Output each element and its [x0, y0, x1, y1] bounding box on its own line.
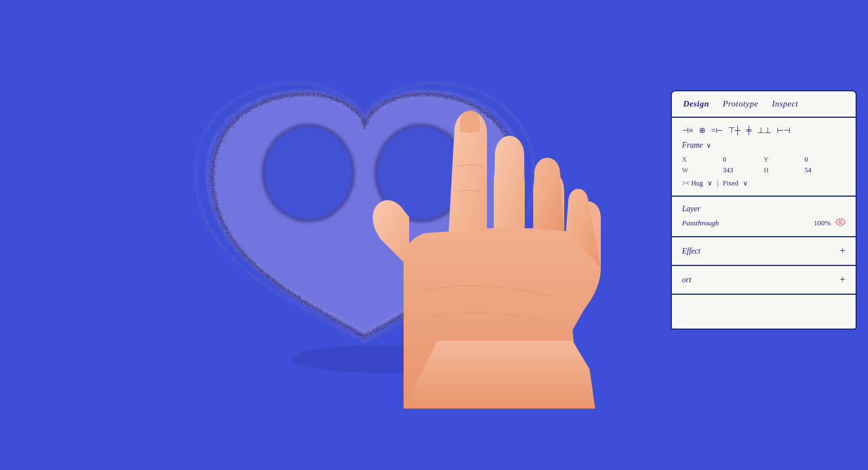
hand-illustration: [336, 93, 663, 409]
export-panel: ort +: [671, 266, 857, 295]
add-export-button[interactable]: +: [840, 274, 845, 286]
layer-panel: Layer Passthrough 100%: [671, 197, 857, 237]
y-value[interactable]: 0: [805, 156, 846, 164]
align-top-icon[interactable]: ⊤┼: [728, 126, 741, 135]
layer-title: Layer: [682, 205, 845, 214]
opacity-value[interactable]: 100%: [814, 219, 831, 228]
constraint-v-label[interactable]: Fixed: [723, 179, 738, 188]
effect-panel: Effect +: [671, 237, 857, 266]
h-value[interactable]: 54: [805, 166, 846, 175]
visibility-icon[interactable]: [835, 218, 845, 228]
distribute-icon[interactable]: ⊢⊣: [777, 126, 790, 135]
x-value[interactable]: 0: [723, 156, 764, 164]
w-value[interactable]: 343: [723, 166, 764, 175]
constraints-row: >< Hug ∨ | Fixed ∨: [682, 179, 845, 188]
align-center-h-icon[interactable]: ⊕: [699, 126, 706, 135]
passthrough-row: Passthrough 100%: [682, 218, 845, 228]
frame-label: Frame: [682, 141, 703, 150]
export-title: ort: [682, 276, 840, 285]
dimensions-grid: X 0 Y 0 W 343 H 54: [682, 156, 845, 175]
tab-bar: Design Prototype Inspect: [671, 90, 857, 118]
w-label: W: [682, 166, 723, 175]
bottom-panel: [671, 295, 857, 330]
svg-point-14: [839, 221, 842, 224]
right-panel: Design Prototype Inspect ⊣≡ ⊕ =⊢ ⊤┼ ╪ ⊥⊥…: [671, 90, 857, 330]
constraint-h-label[interactable]: >< Hug: [682, 179, 703, 188]
align-bottom-icon[interactable]: ⊥⊥: [758, 126, 771, 135]
constraint-h-dropdown[interactable]: ∨: [707, 179, 712, 188]
frame-row: Frame ∨: [682, 141, 845, 150]
x-label: X: [682, 156, 723, 164]
alignment-row: ⊣≡ ⊕ =⊢ ⊤┼ ╪ ⊥⊥ ⊢⊣: [682, 126, 845, 135]
passthrough-label[interactable]: Passthrough: [682, 219, 814, 228]
y-label: Y: [764, 156, 805, 164]
align-left-icon[interactable]: ⊣≡: [682, 126, 693, 135]
tab-inspect[interactable]: Inspect: [772, 99, 798, 109]
effect-title: Effect: [682, 247, 840, 256]
frame-dropdown[interactable]: ∨: [706, 141, 711, 150]
add-effect-button[interactable]: +: [840, 245, 845, 257]
align-right-icon[interactable]: =⊢: [711, 126, 723, 135]
tab-prototype[interactable]: Prototype: [723, 99, 758, 109]
constraint-v-dropdown[interactable]: ∨: [743, 179, 748, 188]
h-label: H: [764, 166, 805, 175]
tab-design[interactable]: Design: [683, 99, 709, 109]
constraint-separator: |: [717, 179, 718, 188]
properties-panel: ⊣≡ ⊕ =⊢ ⊤┼ ╪ ⊥⊥ ⊢⊣ Frame ∨ X 0 Y 0 W 343…: [671, 118, 857, 197]
align-middle-icon[interactable]: ╪: [746, 126, 752, 135]
